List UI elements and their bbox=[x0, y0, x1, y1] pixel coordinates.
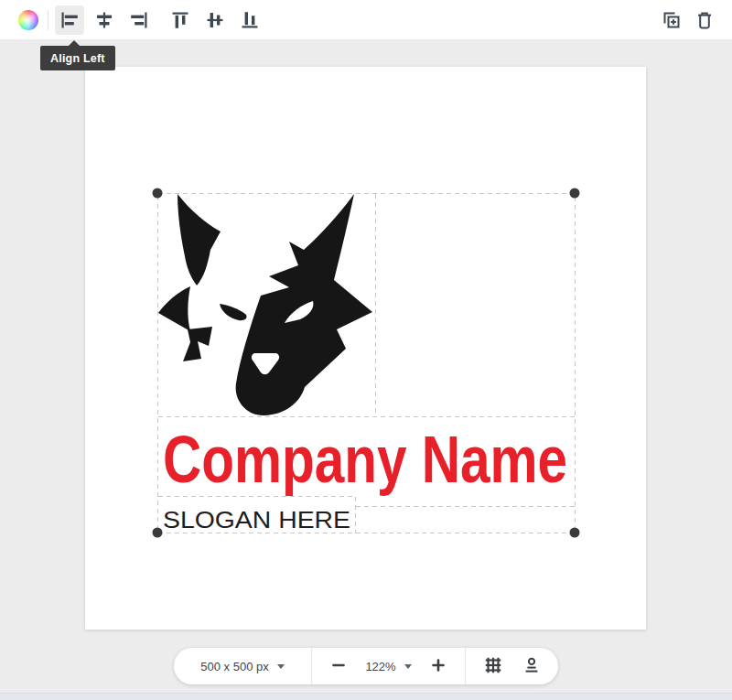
slogan-text[interactable]: SLOGAN HERE bbox=[163, 506, 350, 533]
canvas-controls: 500 x 500 px 122% bbox=[174, 648, 558, 684]
caret-down-icon bbox=[404, 664, 412, 669]
canvas-size-selector[interactable]: 500 x 500 px bbox=[200, 660, 284, 673]
grid-icon bbox=[483, 655, 503, 678]
artboard-canvas[interactable]: Company Name SLOGAN HERE bbox=[85, 67, 646, 630]
snap-baseline-icon bbox=[522, 655, 542, 678]
zoom-level-selector[interactable]: 122% bbox=[365, 660, 411, 673]
align-middle-vertical-icon bbox=[204, 9, 226, 31]
bottom-edge-strip bbox=[0, 693, 732, 700]
zoom-in-button[interactable] bbox=[428, 655, 448, 678]
align-left-icon bbox=[59, 9, 81, 31]
selection-handle-top-right[interactable] bbox=[570, 188, 580, 199]
align-middle-vertical-button[interactable] bbox=[200, 5, 230, 35]
minus-icon bbox=[330, 657, 347, 676]
align-center-horizontal-icon bbox=[93, 9, 115, 31]
canvas-size-label: 500 x 500 px bbox=[200, 660, 268, 673]
trash-icon bbox=[694, 9, 716, 31]
tooltip-label: Align Left bbox=[50, 52, 105, 65]
top-toolbar bbox=[0, 0, 732, 39]
align-top-icon bbox=[169, 9, 191, 31]
toolbar-divider bbox=[48, 10, 48, 30]
align-center-horizontal-button[interactable] bbox=[90, 5, 119, 35]
align-right-button[interactable] bbox=[124, 5, 154, 35]
zoom-out-button[interactable] bbox=[328, 655, 349, 678]
delete-button[interactable] bbox=[690, 5, 719, 35]
company-name-text[interactable]: Company Name bbox=[163, 423, 567, 496]
tooltip-align-left: Align Left bbox=[40, 46, 115, 70]
align-right-icon bbox=[128, 9, 150, 31]
duplicate-icon bbox=[661, 9, 683, 31]
color-wheel-button[interactable] bbox=[16, 8, 40, 32]
align-bottom-button[interactable] bbox=[235, 5, 264, 35]
align-left-button[interactable] bbox=[55, 5, 84, 35]
selection-handle-top-left[interactable] bbox=[153, 188, 163, 199]
zoom-level-label: 122% bbox=[365, 660, 395, 673]
wolf-head-logo[interactable] bbox=[158, 194, 372, 415]
snap-toggle-button[interactable] bbox=[520, 653, 544, 680]
plus-icon bbox=[430, 657, 447, 676]
caret-down-icon bbox=[277, 664, 285, 669]
grid-toggle-button[interactable] bbox=[481, 653, 505, 680]
selection-handle-bottom-right[interactable] bbox=[570, 528, 580, 538]
duplicate-button[interactable] bbox=[657, 5, 686, 35]
color-wheel-icon bbox=[18, 10, 38, 30]
align-bottom-icon bbox=[239, 9, 261, 31]
align-top-button[interactable] bbox=[166, 5, 195, 35]
selection-handle-bottom-left[interactable] bbox=[153, 528, 163, 538]
